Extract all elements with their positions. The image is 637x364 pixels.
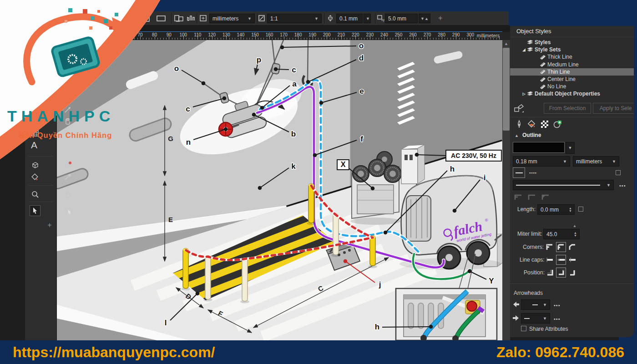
- callout-dot: [222, 96, 227, 101]
- drawing-canvas[interactable]: falch ® world of water jetting: [57, 40, 502, 340]
- duplicate-spinner[interactable]: ▼▲: [419, 14, 430, 23]
- from-selection-button[interactable]: From Selection: [544, 103, 591, 114]
- eraser-tool-icon[interactable]: [62, 116, 73, 127]
- toolbar-add-button[interactable]: +: [438, 14, 442, 22]
- line-style-checkbox[interactable]: [616, 170, 621, 175]
- duplicate-input[interactable]: 5.0 mm: [385, 14, 418, 23]
- scroll-up-icon[interactable]: ▲: [502, 40, 510, 47]
- footer-url[interactable]: https://muabanquyenpc.com/: [13, 344, 215, 361]
- corner-miter-button[interactable]: [545, 242, 555, 252]
- start-arrowhead-more-button[interactable]: •••: [554, 303, 561, 308]
- callout-letter: j: [379, 280, 381, 289]
- drawing-scale-icon[interactable]: [258, 13, 266, 23]
- share-attributes-checkbox[interactable]: [521, 326, 526, 331]
- cap-butt-button[interactable]: [545, 255, 555, 265]
- outline-pen-icon[interactable]: [515, 120, 524, 131]
- corner-round-button[interactable]: [556, 242, 566, 252]
- collapse-icon[interactable]: ▲: [515, 133, 519, 138]
- ruler-tick: [103, 38, 103, 40]
- scrollbar-thumb[interactable]: [503, 48, 510, 131]
- callout-letter: n: [186, 138, 191, 147]
- length-spinner[interactable]: ▲▼: [567, 205, 573, 214]
- solid-line-button[interactable]: [513, 167, 525, 178]
- panel-scroll-up-icon[interactable]: ▲: [573, 224, 576, 228]
- ruler-tick: [445, 38, 445, 40]
- position-centered-button[interactable]: [556, 268, 566, 278]
- style-tree-item[interactable]: No Line: [510, 83, 634, 90]
- outline-width-dropdown[interactable]: 0.18 mm▼: [513, 156, 570, 167]
- style-tree-item[interactable]: Center Line: [510, 76, 634, 83]
- line-style-dropdown[interactable]: ▼: [513, 180, 614, 190]
- transparency-icon[interactable]: [540, 120, 549, 131]
- eyedropper-tool-icon[interactable]: [62, 172, 73, 182]
- duplicate-distance-icon[interactable]: xy: [376, 13, 385, 23]
- style-item-label: Center Line: [547, 76, 576, 82]
- zoom-tool-icon[interactable]: [30, 189, 40, 200]
- all-pages-icon[interactable]: [174, 13, 184, 23]
- interactive-fill-tool-icon[interactable]: [30, 172, 40, 182]
- style-icon: [540, 69, 546, 75]
- page-sorter-icon[interactable]: [186, 13, 195, 23]
- end-arrowhead-dropdown[interactable]: ▼: [521, 313, 550, 324]
- add-property-icon[interactable]: [553, 120, 562, 131]
- style-tree-item[interactable]: Thin Line: [510, 68, 634, 76]
- callout-letter: i: [484, 173, 486, 182]
- end-arrowhead-more-button[interactable]: •••: [554, 316, 561, 322]
- color-dropdown-button[interactable]: ▼: [566, 142, 575, 154]
- line-style-more-button[interactable]: •••: [619, 183, 626, 188]
- dashed-line-icon[interactable]: ▪▪▪▪: [529, 171, 537, 175]
- style-tree-item[interactable]: Styles: [510, 39, 634, 46]
- nudge-caret-button[interactable]: ▼: [364, 14, 371, 23]
- tree-expander-icon[interactable]: ◢: [521, 48, 527, 52]
- ruler-tick: [330, 38, 330, 40]
- horizontal-ruler[interactable]: millimeters 5060708090100110120130140150…: [57, 32, 502, 40]
- style-tree-item[interactable]: ◢Style Sets: [510, 46, 634, 53]
- freehand-pick-tool-icon[interactable]: [62, 205, 73, 216]
- style-item-label: Default Object Properties: [535, 91, 600, 97]
- text-tool-icon[interactable]: A: [29, 140, 40, 151]
- position-outside-button[interactable]: [545, 268, 555, 278]
- new-tab-button[interactable]: +: [128, 25, 137, 32]
- length-checkbox[interactable]: [578, 207, 583, 212]
- new-style-icon[interactable]: [514, 103, 525, 116]
- position-inside-button[interactable]: [567, 268, 577, 278]
- chart-tool-icon[interactable]: [62, 160, 73, 171]
- toolbox-add-button[interactable]: +: [44, 220, 55, 231]
- scale-dropdown[interactable]: 1:1▼: [267, 14, 322, 23]
- cap-square-button[interactable]: [567, 255, 577, 265]
- units-dropdown[interactable]: millimeters▼: [209, 14, 255, 23]
- nudge-offset-icon[interactable]: [326, 13, 335, 23]
- line-tool-icon[interactable]: [62, 104, 73, 115]
- page-landscape-icon[interactable]: [156, 13, 166, 23]
- miter-spinner[interactable]: ▲▼: [572, 230, 578, 238]
- pick-tool-icon[interactable]: [30, 205, 40, 216]
- start-arrowhead-dropdown[interactable]: ▼: [521, 299, 550, 310]
- style-tree-item[interactable]: Medium Line: [510, 61, 634, 68]
- vertical-scrollbar[interactable]: ▲: [502, 40, 510, 340]
- page-dimensions-icon[interactable]: [199, 13, 208, 23]
- arrow-right-icon: [512, 314, 520, 324]
- apply-to-selection-button[interactable]: Apply to Sele: [593, 103, 634, 114]
- ruler-tick: [419, 38, 419, 40]
- basic-shapes-tool-icon[interactable]: [62, 128, 73, 139]
- polyline-tool-icon[interactable]: [30, 116, 40, 127]
- ruler-number: 150: [251, 32, 259, 37]
- fill-icon[interactable]: [527, 120, 536, 131]
- outline-units-dropdown[interactable]: millimeters▼: [573, 156, 619, 167]
- cap-round-button[interactable]: [556, 255, 566, 265]
- ruler-tick: [232, 38, 233, 40]
- style-tree-item[interactable]: Thick Line: [510, 53, 634, 61]
- page-portrait-icon[interactable]: [144, 13, 150, 23]
- ruler-tick: [496, 38, 497, 40]
- table-tool-icon[interactable]: [30, 128, 40, 139]
- shape-edit-tool-icon[interactable]: [62, 91, 73, 102]
- ruler-tick: [209, 38, 210, 40]
- active-document-tab[interactable]: [105, 25, 126, 32]
- 3d-box-tool-icon[interactable]: [30, 160, 40, 171]
- nudge-input[interactable]: 0.1 mm: [336, 14, 363, 23]
- tree-expander-icon[interactable]: ▷: [521, 92, 527, 96]
- corner-bevel-button[interactable]: [567, 242, 577, 252]
- outline-color-swatch[interactable]: [513, 142, 565, 153]
- style-tree-item[interactable]: ▷Default Object Properties: [510, 90, 634, 97]
- pan-tool-icon[interactable]: [62, 189, 73, 200]
